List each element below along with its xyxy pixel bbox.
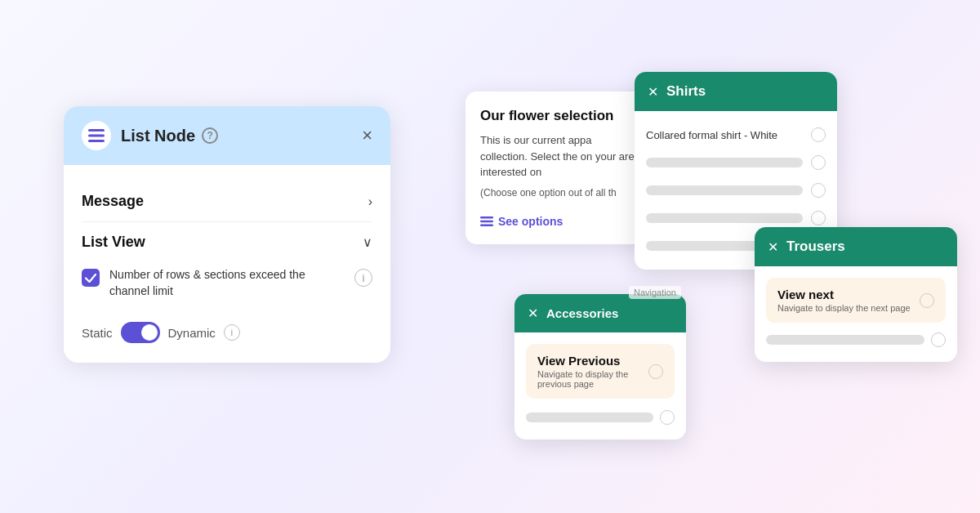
view-previous-title: View Previous [537,354,648,368]
list-view-label: List View [82,234,363,251]
trousers-body: View next Navigate to display the next p… [755,266,957,362]
accessories-bar [526,413,653,422]
shirt-option-text-1: Collared formal shirt - White [646,129,777,141]
shirt-option-1[interactable]: Collared formal shirt - White [646,121,826,149]
accessories-body: View Previous Navigate to display the pr… [514,332,686,439]
trousers-bar [766,335,924,345]
view-next-radio[interactable] [920,293,934,308]
view-previous-desc: Navigate to display the previous page [537,369,648,389]
checkbox-label: Number of rows & sections exceed the cha… [109,267,345,299]
view-next-row[interactable]: View next Navigate to display the next p… [766,278,946,323]
radio-button-2[interactable] [811,155,826,170]
view-next-desc: Navigate to display the next page [777,303,911,313]
svg-rect-1 [88,135,105,137]
shirts-close-icon[interactable]: ✕ [648,84,658,100]
svg-rect-2 [88,140,105,142]
flower-title: Our flower selection [480,108,639,124]
view-next-text: View next Navigate to display the next p… [777,288,911,313]
accessories-title: Accessories [546,306,618,320]
flower-desc: This is our current appa collection. Sel… [480,132,639,181]
list-node-title: List Node ? [121,127,352,145]
list-node-body: Message › List View ∨ Number of rows & s… [64,165,390,363]
toggle-row: Static Dynamic i [82,312,372,346]
navigation-label: Navigation [629,286,681,299]
checkbox[interactable] [82,269,100,287]
accessories-header: ✕ Accessories [514,294,686,332]
trousers-bar-radio[interactable] [931,332,946,347]
accessories-close-icon[interactable]: ✕ [528,306,538,321]
accessories-bar-radio[interactable] [660,410,675,425]
checkbox-row: Number of rows & sections exceed the cha… [82,259,372,312]
trousers-title: Trousers [786,239,845,255]
svg-rect-5 [480,224,493,226]
shirt-bar-3 [646,185,803,195]
see-options-button[interactable]: See options [480,210,639,230]
radio-button-3[interactable] [811,183,826,198]
svg-rect-3 [480,216,493,219]
view-previous-row[interactable]: View Previous Navigate to display the pr… [526,344,675,399]
trousers-card: ✕ Trousers View next Navigate to display… [755,227,957,362]
shirt-option-3[interactable] [646,176,826,204]
trousers-bar-row[interactable] [766,329,946,350]
toggle-switch[interactable] [121,322,160,343]
static-label: Static [82,326,113,340]
toggle-thumb [141,324,158,341]
help-icon[interactable]: ? [202,127,218,144]
accessories-card: ✕ Accessories View Previous Navigate to … [514,294,686,439]
accessories-bar-row[interactable] [526,407,675,428]
view-next-title: View next [777,288,911,301]
message-label: Message [82,193,144,210]
list-view-chevron: ∨ [363,234,372,250]
list-node-icon [82,121,111,150]
radio-button-4[interactable] [811,211,826,225]
list-view-section[interactable]: List View ∨ [82,222,372,259]
dynamic-info-icon[interactable]: i [224,324,240,341]
flower-selection-card: Our flower selection This is our current… [466,91,653,244]
trousers-header: ✕ Trousers [755,227,957,266]
shirt-option-2[interactable] [646,149,826,176]
shirts-title: Shirts [666,83,706,100]
view-previous-text: View Previous Navigate to display the pr… [537,354,648,389]
list-node-header: List Node ? × [64,106,390,165]
flower-choose: (Choose one option out of all th [480,187,639,199]
view-previous-radio[interactable] [648,364,663,379]
message-section[interactable]: Message › [82,181,372,222]
checkbox-info-icon[interactable]: i [354,269,372,287]
radio-button-1[interactable] [811,127,826,142]
svg-rect-0 [88,129,105,132]
shirt-bar-4 [646,213,803,223]
close-button[interactable]: × [362,127,372,145]
trousers-close-icon[interactable]: ✕ [768,239,778,255]
svg-rect-4 [480,220,493,222]
shirts-header: ✕ Shirts [635,72,837,111]
shirt-bar-2 [646,158,803,167]
message-chevron: › [368,194,372,209]
dynamic-label: Dynamic [168,326,216,340]
list-node-panel: List Node ? × Message › List View ∨ Numb… [64,106,390,363]
